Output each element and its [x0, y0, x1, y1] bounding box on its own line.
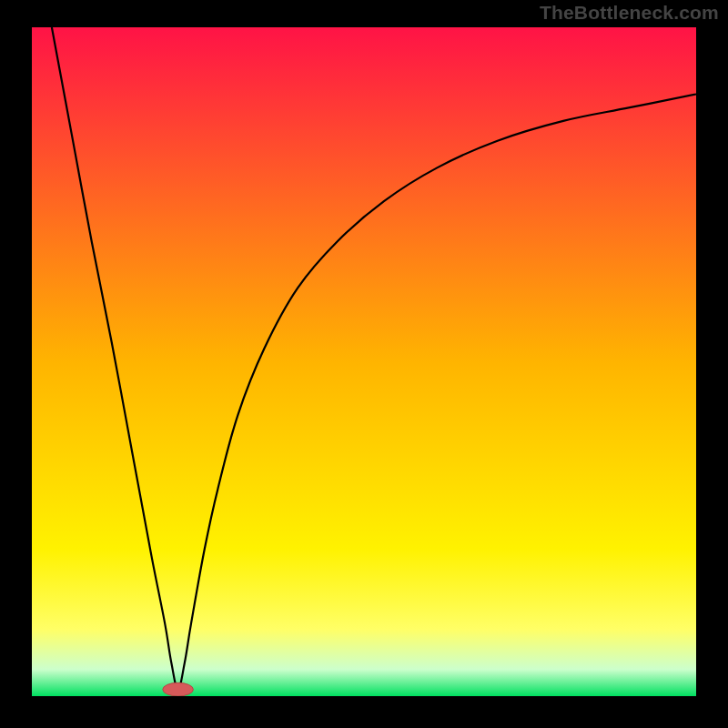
attribution-label: TheBottleneck.com — [540, 2, 719, 24]
minimum-marker — [163, 682, 194, 696]
chart-svg — [32, 27, 696, 696]
plot-area — [32, 27, 696, 696]
gradient-background — [32, 27, 696, 696]
chart-container: TheBottleneck.com — [0, 0, 728, 728]
